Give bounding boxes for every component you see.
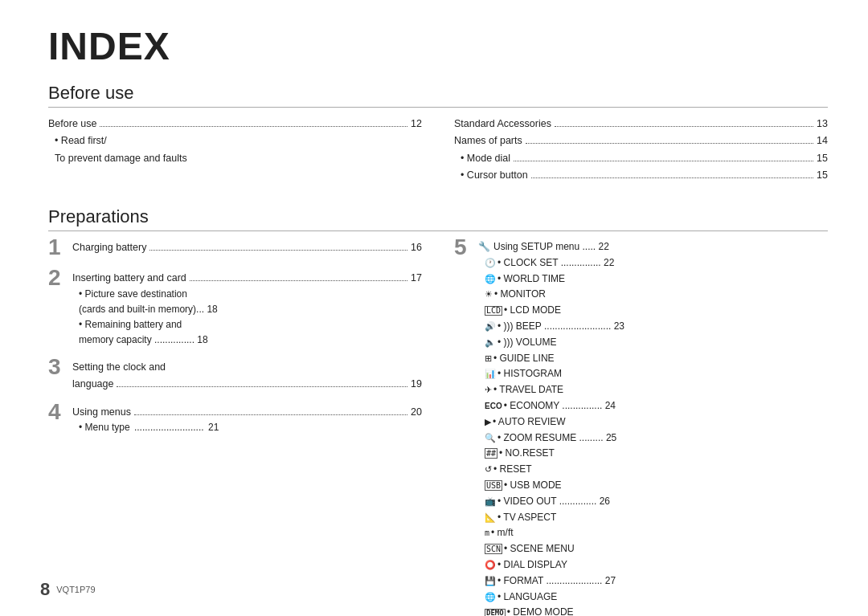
names-of-parts-page: 14 bbox=[817, 133, 828, 149]
before-use-section: Before use Before use 12 • Read first/ T… bbox=[48, 83, 828, 184]
preparations-grid: 1 Charging battery 16 2 Inserting batter… bbox=[48, 239, 828, 616]
cursor-button-label: • Cursor button bbox=[461, 167, 528, 184]
language-icon: 🌐 bbox=[485, 589, 496, 604]
prep-item-3: 3 Setting the clock and language 19 bbox=[48, 359, 422, 392]
clock-icon: 🕐 bbox=[485, 255, 496, 270]
preparations-section: Preparations 1 Charging battery 16 2 bbox=[48, 206, 828, 616]
before-use-heading: Before use bbox=[48, 83, 828, 108]
page-title: INDEX bbox=[48, 24, 828, 68]
scene-menu-icon: SCN bbox=[485, 544, 502, 554]
preparations-right: 5 🔧 Using SETUP menu ..... 22 🕐 • CLOCK … bbox=[454, 239, 828, 616]
cursor-button-page: 15 bbox=[817, 167, 828, 184]
prep-label-1: Charging battery bbox=[72, 239, 146, 256]
standard-accessories-label: Standard Accessories bbox=[454, 116, 551, 133]
prep-number-2: 2 bbox=[48, 267, 72, 289]
prep-content-1: Charging battery 16 bbox=[72, 239, 422, 256]
prep-content-3: Setting the clock and language 19 bbox=[72, 359, 422, 392]
usb-icon: USB bbox=[485, 480, 502, 491]
prep-content-2: Inserting battery and card 17 • Picture … bbox=[72, 270, 422, 348]
lcd-mode-icon: LCD bbox=[485, 306, 502, 316]
prep-page-2: 17 bbox=[411, 270, 422, 287]
before-use-left: Before use 12 • Read first/ To prevent d… bbox=[48, 116, 422, 184]
beep-icon: 🔊 bbox=[485, 319, 496, 333]
setup-icon: 🔧 bbox=[478, 239, 490, 255]
mode-dial-label: • Mode dial bbox=[461, 150, 510, 167]
setup-menu-entry: 🔧 Using SETUP menu ..... 22 bbox=[478, 239, 624, 255]
before-use-columns: Before use 12 • Read first/ To prevent d… bbox=[48, 116, 828, 184]
footer: 8 VQT1P79 bbox=[40, 579, 96, 600]
prep-number-5: 5 bbox=[454, 236, 478, 259]
before-use-entry-1: Before use 12 bbox=[48, 116, 422, 133]
preparations-heading: Preparations bbox=[48, 206, 828, 231]
preparations-left: 1 Charging battery 16 2 Inserting batter… bbox=[48, 239, 422, 616]
auto-review-icon: ▶ bbox=[485, 414, 491, 429]
names-of-parts-label: Names of parts bbox=[454, 133, 522, 149]
before-use-sub-1: • Read first/ To prevent damage and faul… bbox=[48, 133, 422, 167]
cursor-button-entry: • Cursor button 15 bbox=[454, 167, 828, 184]
world-time-icon: 🌐 bbox=[485, 271, 496, 286]
before-use-label-1: Before use bbox=[48, 116, 96, 133]
before-use-page-1: 12 bbox=[411, 116, 422, 133]
volume-icon: 🔈 bbox=[485, 335, 496, 349]
page-number: 8 bbox=[40, 579, 50, 600]
travel-date-icon: ✈ bbox=[485, 382, 492, 397]
mode-dial-page: 15 bbox=[817, 150, 828, 167]
no-reset-icon: ## bbox=[485, 448, 497, 459]
guide-line-icon: ⊞ bbox=[485, 351, 492, 365]
mft-icon: m bbox=[485, 527, 489, 541]
tv-aspect-icon: 📐 bbox=[485, 510, 496, 524]
prep-number-3: 3 bbox=[48, 356, 72, 378]
prep-label-4: Using menus bbox=[72, 404, 131, 421]
format-icon: 💾 bbox=[485, 573, 496, 588]
prep-item-2: 2 Inserting battery and card 17 • Pictur… bbox=[48, 270, 422, 348]
prep-number-4: 4 bbox=[48, 401, 72, 423]
prep-content-5: 🔧 Using SETUP menu ..... 22 🕐 • CLOCK SE… bbox=[478, 239, 624, 616]
prep-item-1: 1 Charging battery 16 bbox=[48, 239, 422, 259]
video-out-icon: 📺 bbox=[485, 494, 496, 508]
prep-item-5: 5 🔧 Using SETUP menu ..... 22 🕐 • CLOCK … bbox=[454, 239, 828, 616]
zoom-resume-icon: 🔍 bbox=[485, 430, 496, 445]
names-of-parts-entry: Names of parts 14 bbox=[454, 133, 828, 149]
mode-dial-entry: • Mode dial 15 bbox=[454, 150, 828, 167]
monitor-icon: ☀ bbox=[485, 287, 493, 301]
demo-mode-icon: DEMO bbox=[485, 609, 506, 616]
prep-label-2: Inserting battery and card bbox=[72, 270, 186, 287]
prep-page-1: 16 bbox=[411, 239, 422, 256]
dial-display-icon: ⭕ bbox=[485, 557, 496, 572]
histogram-icon: 📊 bbox=[485, 366, 496, 381]
prep-item-4: 4 Using menus 20 • Menu type ...........… bbox=[48, 404, 422, 436]
standard-accessories-entry: Standard Accessories 13 bbox=[454, 116, 828, 133]
reset-icon: ↺ bbox=[485, 462, 492, 476]
prep-label-3: language bbox=[72, 376, 113, 393]
economy-icon: ECO bbox=[485, 400, 502, 414]
prep-content-4: Using menus 20 • Menu type .............… bbox=[72, 404, 422, 436]
prep-number-1: 1 bbox=[48, 236, 72, 259]
before-use-right: Standard Accessories 13 Names of parts 1… bbox=[454, 116, 828, 184]
prep-page-4: 20 bbox=[411, 404, 422, 421]
standard-accessories-page: 13 bbox=[817, 116, 828, 133]
clock-set-entry: 🕐 • CLOCK SET ............... 22 bbox=[478, 255, 624, 271]
prep-page-3: 19 bbox=[411, 376, 422, 393]
document-code: VQT1P79 bbox=[56, 585, 95, 594]
